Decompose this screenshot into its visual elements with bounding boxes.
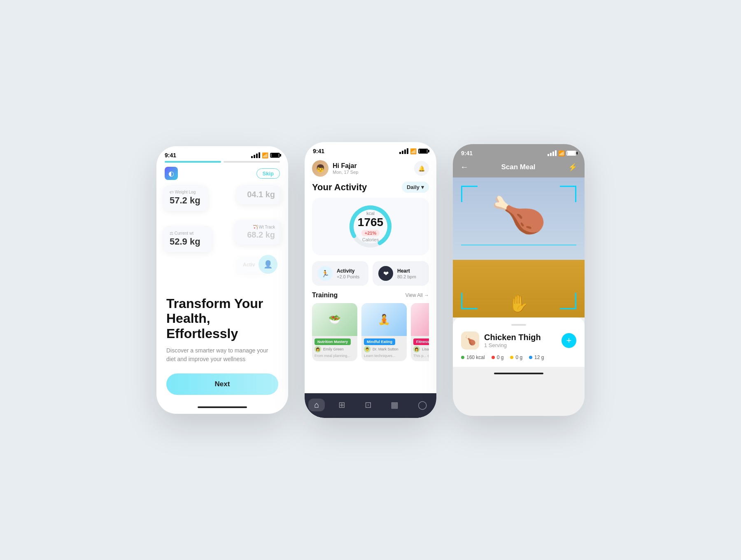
- subtext: Discover a smarter way to manage your di…: [166, 346, 278, 364]
- weight-04-value: 04.1 kg: [243, 190, 275, 199]
- activity-points: +2.0 Points: [337, 274, 359, 279]
- user-date: Mon, 17 Sep: [333, 170, 358, 175]
- trainer-row-3: 👩 Lisa C.: [411, 346, 429, 352]
- heart-icon-circle: ❤: [378, 266, 393, 281]
- nutri-carb: 0 g: [510, 355, 522, 360]
- activity-icon-circle: 🏃: [318, 266, 333, 281]
- fitness-image: 💪: [411, 303, 429, 336]
- nav-layers[interactable]: ⊞: [333, 398, 351, 411]
- heart-icon: ❤: [383, 270, 389, 278]
- wifi-icon: 📶: [262, 152, 268, 159]
- back-button[interactable]: ←: [460, 162, 468, 172]
- mindful-image: 🧘: [361, 303, 407, 336]
- nutrition-row: 160 kcal 0 g 0 g 12 g: [461, 355, 576, 360]
- notification-button[interactable]: 🔔: [414, 161, 429, 176]
- phone3-header: ← Scan Meal ⚡: [453, 159, 585, 177]
- drag-handle: [511, 324, 526, 326]
- signal-icon: [251, 152, 260, 158]
- trainer-name-1: Emily Green: [323, 347, 344, 351]
- heart-stat-card: ❤ Heart 80.2 bpm: [373, 261, 429, 286]
- current-wt-value: 52.9 kg: [170, 236, 206, 247]
- activity-stat-card: 🏃 Activity +2.0 Points: [312, 261, 368, 286]
- carb-label: 0 g: [515, 355, 522, 360]
- status-bar-1: 9:41 📶: [156, 146, 288, 161]
- nav-scan[interactable]: ⊡: [359, 398, 377, 411]
- meal-icon-text: 🍗 Chicken Thigh 1 Serving: [461, 331, 541, 350]
- calories-badge: +21%: [361, 230, 380, 236]
- signal-icon-3: [548, 150, 557, 156]
- add-meal-button[interactable]: +: [562, 333, 576, 348]
- home-icon: ⌂: [314, 400, 319, 410]
- wifi-icon-3: 📶: [558, 150, 565, 156]
- daily-button[interactable]: Daily ▾: [402, 182, 429, 193]
- fat-label: 0 g: [497, 355, 504, 360]
- protein-dot: [529, 356, 532, 359]
- calories-label: Calories: [358, 237, 383, 242]
- bottom-nav: ⌂ ⊞ ⊡ ▦ ◯: [305, 393, 436, 418]
- trainer-avatar-1: 👩: [315, 346, 321, 352]
- home-indicator-3: [453, 367, 585, 381]
- weight-log-label: 🏷 Weight Log: [170, 190, 202, 194]
- view-all-button[interactable]: View All →: [405, 292, 429, 298]
- plus-icon: +: [566, 335, 572, 346]
- phone2-header: 👦 Hi Fajar Mon, 17 Sep 🔔: [305, 157, 436, 182]
- calories-number: 1765: [358, 216, 383, 229]
- heart-value: 80.2 bpm: [397, 274, 416, 279]
- activity-stat-label: Activity: [337, 268, 359, 274]
- wt-track-card: 🏹Wt Track 68.2 kg: [234, 220, 282, 245]
- training-card-fitness[interactable]: 💪 Fitness 👩 Lisa C. This p... cus...: [411, 303, 429, 361]
- trainer-row-1: 👩 Emily Green: [312, 346, 357, 352]
- profile-icon: ◯: [418, 400, 427, 410]
- flash-button[interactable]: ⚡: [568, 163, 577, 172]
- chicken-upper: 🍗: [487, 184, 550, 244]
- trainer-row-2: 👨 Dr. Mark Sutton: [361, 346, 407, 352]
- next-button[interactable]: Next: [166, 373, 278, 395]
- layers-icon: ⊞: [338, 400, 345, 410]
- user-greeting: Hi Fajar: [333, 162, 358, 170]
- status-bar-3: 9:41 📶: [453, 144, 585, 159]
- phone-2: 9:41 📶 👦 Hi Fajar Mon, 17: [305, 142, 436, 418]
- activity-title: Your Activity: [312, 182, 367, 193]
- status-icons-3: 📶: [548, 150, 576, 156]
- training-card-nutrition[interactable]: 🥗 Nutrition Mastery 👩 Emily Green From m…: [312, 303, 357, 361]
- activity-header: Your Activity Daily ▾: [305, 182, 436, 198]
- nav-profile[interactable]: ◯: [412, 398, 433, 411]
- calories-value: kcal 1765 +21% Calories: [358, 211, 383, 242]
- nutri-protein: 12 g: [529, 355, 544, 360]
- nav-stats[interactable]: ▦: [385, 398, 404, 411]
- avatar: 👦: [312, 160, 329, 177]
- training-section: Training View All → 🥗 Nutrition Mastery …: [305, 292, 436, 361]
- kcal-dot: [461, 356, 464, 359]
- training-title: Training: [312, 292, 338, 299]
- trainer-name-3: Lisa C.: [422, 347, 429, 351]
- scan-icon: ⊡: [365, 400, 372, 410]
- user-info: 👦 Hi Fajar Mon, 17 Sep: [312, 160, 358, 177]
- meal-name: Chicken Thigh: [484, 333, 541, 342]
- skip-button[interactable]: Skip: [256, 168, 280, 179]
- mindful-badge: Mindful Eating: [364, 338, 395, 345]
- progress-bar: [156, 161, 288, 163]
- nutri-fat: 0 g: [492, 355, 504, 360]
- wt-track-label: 🏹Wt Track: [241, 225, 275, 229]
- meal-icon: 🍗: [461, 331, 479, 350]
- training-card-mindful[interactable]: 🧘 Mindful Eating 👨 Dr. Mark Sutton Learn…: [361, 303, 407, 361]
- training-cards: 🥗 Nutrition Mastery 👩 Emily Green From m…: [312, 303, 429, 361]
- status-icons-1: 📶: [251, 152, 280, 159]
- battery-icon: [270, 153, 280, 158]
- training-desc-2: Learn techniques...: [361, 354, 407, 361]
- nav-home[interactable]: ⌂: [308, 399, 325, 411]
- status-bar-2: 9:41 📶: [305, 142, 436, 157]
- phone1-text: Transform Your Health, Effortlessly Disc…: [156, 292, 288, 403]
- kcal-label: 160 kcal: [466, 355, 485, 360]
- cards-area: 🏷 Weight Log 57.2 kg 04.1 kg ⚖ Current w…: [163, 185, 282, 292]
- battery-icon-3: [566, 151, 576, 156]
- heart-stat-label: Heart: [397, 268, 416, 274]
- scan-area: 🍗 ✋: [453, 177, 585, 317]
- trainer-avatar-2: 👨: [364, 346, 370, 352]
- weight-04-card: 04.1 kg: [236, 185, 282, 204]
- trainer-name-2: Dr. Mark Sutton: [373, 347, 398, 351]
- weight-log-value: 57.2 kg: [170, 195, 202, 206]
- headline: Transform Your Health, Effortlessly: [166, 296, 278, 341]
- nutrition-badge: Nutrition Mastery: [315, 338, 351, 345]
- current-wt-label: ⚖ Current wt: [170, 231, 206, 236]
